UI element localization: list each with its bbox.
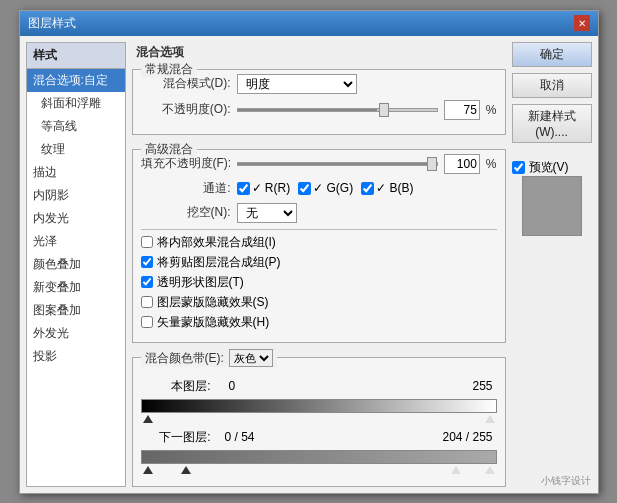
- adv-checkbox-2[interactable]: [141, 276, 153, 288]
- this-layer-left-val: 0: [229, 379, 236, 393]
- opacity-slider-container: [237, 108, 438, 112]
- this-layer-label: 本图层:: [141, 378, 211, 395]
- fill-opacity-slider[interactable]: [237, 162, 438, 166]
- sidebar: 样式 混合选项:自定斜面和浮雕等高线纹理描边内阴影内发光光泽颜色叠加新变叠加图案…: [26, 42, 126, 487]
- preview-checkbox[interactable]: [512, 161, 525, 174]
- dialog-body: 样式 混合选项:自定斜面和浮雕等高线纹理描边内阴影内发光光泽颜色叠加新变叠加图案…: [20, 36, 598, 493]
- sidebar-item-1[interactable]: 斜面和浮雕: [27, 92, 125, 115]
- channels-row: 通道: ✓ R(R) ✓ G(G): [141, 180, 497, 197]
- this-layer-left-thumb[interactable]: [143, 415, 153, 423]
- sidebar-item-4[interactable]: 描边: [27, 161, 125, 184]
- adv-checkbox-label-0: 将内部效果混合成组(I): [157, 234, 276, 251]
- color-band-title: 混合颜色带(E): 灰色 红色 绿色 蓝色: [141, 349, 278, 367]
- this-layer-bar: [141, 399, 497, 413]
- adv-checkbox-label-4: 矢量蒙版隐藏效果(H): [157, 314, 270, 331]
- cancel-button[interactable]: 取消: [512, 73, 592, 98]
- normal-blend-title: 常规混合: [141, 61, 197, 78]
- preview-label: 预览(V): [529, 159, 569, 176]
- opacity-unit: %: [486, 103, 497, 117]
- advanced-blend-group: 高级混合 填充不透明度(F): % 通道:: [132, 149, 506, 343]
- fill-opacity-input[interactable]: [444, 154, 480, 174]
- sidebar-item-7[interactable]: 光泽: [27, 230, 125, 253]
- advanced-blend-title: 高级混合: [141, 141, 197, 158]
- channel-b: ✓ B(B): [361, 181, 413, 195]
- knockout-select[interactable]: 无 浅 深: [237, 203, 297, 223]
- advanced-checkboxes: 将内部效果混合成组(I)将剪贴图层混合成组(P)透明形状图层(T)图层蒙版隐藏效…: [141, 234, 497, 331]
- channel-g-checkbox[interactable]: [298, 182, 311, 195]
- knockout-row: 挖空(N): 无 浅 深: [141, 203, 497, 223]
- main-content: 混合选项 常规混合 混合模式(D): 明度 不透明度(O):: [132, 42, 506, 487]
- adv-checkbox-0[interactable]: [141, 236, 153, 248]
- next-layer-gradient: [141, 450, 497, 474]
- channels-checkboxes: ✓ R(R) ✓ G(G) ✓ B(B): [237, 181, 414, 195]
- sidebar-item-6[interactable]: 内发光: [27, 207, 125, 230]
- adv-checkbox-row-4: 矢量蒙版隐藏效果(H): [141, 314, 497, 331]
- adv-checkbox-label-2: 透明形状图层(T): [157, 274, 244, 291]
- sidebar-item-10[interactable]: 图案叠加: [27, 299, 125, 322]
- sidebar-item-0[interactable]: 混合选项:自定: [27, 69, 125, 92]
- sidebar-item-9[interactable]: 新变叠加: [27, 276, 125, 299]
- opacity-slider[interactable]: [237, 108, 438, 112]
- next-layer-left-vals: 0 / 54: [225, 430, 255, 444]
- title-bar: 图层样式 ✕: [20, 11, 598, 36]
- next-layer-left-thumb2[interactable]: [181, 466, 191, 474]
- next-layer-left-thumb1[interactable]: [143, 466, 153, 474]
- color-band-title-text: 混合颜色带(E):: [145, 351, 224, 365]
- channel-r-checkbox[interactable]: [237, 182, 250, 195]
- channel-b-checkbox[interactable]: [361, 182, 374, 195]
- preview-label-row: 预览(V): [512, 159, 592, 176]
- fill-opacity-unit: %: [486, 157, 497, 171]
- right-panel: 确定 取消 新建样式(W).... 预览(V): [512, 42, 592, 487]
- separator: [141, 229, 497, 230]
- sidebar-item-5[interactable]: 内阴影: [27, 184, 125, 207]
- adv-checkbox-row-0: 将内部效果混合成组(I): [141, 234, 497, 251]
- watermark: 小钱字设计: [541, 474, 591, 488]
- sidebar-item-2[interactable]: 等高线: [27, 115, 125, 138]
- adv-checkbox-row-2: 透明形状图层(T): [141, 274, 497, 291]
- fill-opacity-label: 填充不透明度(F):: [141, 155, 232, 172]
- sidebar-item-12[interactable]: 投影: [27, 345, 125, 368]
- opacity-row: 不透明度(O): %: [141, 100, 497, 120]
- sidebar-item-3[interactable]: 纹理: [27, 138, 125, 161]
- blend-options-title: 混合选项: [136, 44, 506, 61]
- this-layer-row: 本图层: 0 255: [141, 378, 497, 395]
- next-layer-right-vals: 204 / 255: [442, 430, 492, 444]
- new-style-button[interactable]: 新建样式(W)....: [512, 104, 592, 143]
- next-layer-right-thumb1[interactable]: [451, 466, 461, 474]
- next-layer-label: 下一图层:: [141, 429, 211, 446]
- preview-box: [522, 176, 582, 236]
- channel-r: ✓ R(R): [237, 181, 291, 195]
- channels-label: 通道:: [141, 180, 231, 197]
- adv-checkbox-1[interactable]: [141, 256, 153, 268]
- channel-r-label: ✓ R(R): [252, 181, 291, 195]
- opacity-input[interactable]: [444, 100, 480, 120]
- this-layer-right-val: 255: [472, 379, 492, 393]
- this-layer-gradient: [141, 399, 497, 423]
- adv-checkbox-label-1: 将剪贴图层混合成组(P): [157, 254, 281, 271]
- ok-button[interactable]: 确定: [512, 42, 592, 67]
- normal-blend-group: 常规混合 混合模式(D): 明度 不透明度(O): %: [132, 69, 506, 135]
- sidebar-item-8[interactable]: 颜色叠加: [27, 253, 125, 276]
- layer-style-dialog: 图层样式 ✕ 样式 混合选项:自定斜面和浮雕等高线纹理描边内阴影内发光光泽颜色叠…: [19, 10, 599, 494]
- color-band-section: 混合颜色带(E): 灰色 红色 绿色 蓝色 本图层: 0 255: [132, 357, 506, 487]
- adv-checkbox-label-3: 图层蒙版隐藏效果(S): [157, 294, 269, 311]
- channel-g: ✓ G(G): [298, 181, 353, 195]
- dialog-title: 图层样式: [28, 15, 76, 32]
- next-layer-bar: [141, 450, 497, 464]
- next-layer-row: 下一图层: 0 / 54 204 / 255: [141, 429, 497, 446]
- color-band-select[interactable]: 灰色 红色 绿色 蓝色: [229, 349, 273, 367]
- knockout-label: 挖空(N):: [141, 204, 231, 221]
- blend-mode-label: 混合模式(D):: [141, 75, 231, 92]
- this-layer-right-thumb[interactable]: [485, 415, 495, 423]
- next-layer-right-thumb2[interactable]: [485, 466, 495, 474]
- adv-checkbox-4[interactable]: [141, 316, 153, 328]
- fill-slider-container: [237, 162, 438, 166]
- adv-checkbox-3[interactable]: [141, 296, 153, 308]
- channel-b-label: ✓ B(B): [376, 181, 413, 195]
- close-button[interactable]: ✕: [574, 15, 590, 31]
- blend-mode-select[interactable]: 明度: [237, 74, 357, 94]
- opacity-label: 不透明度(O):: [141, 101, 231, 118]
- sidebar-header: 样式: [27, 43, 125, 69]
- sidebar-item-11[interactable]: 外发光: [27, 322, 125, 345]
- adv-checkbox-row-1: 将剪贴图层混合成组(P): [141, 254, 497, 271]
